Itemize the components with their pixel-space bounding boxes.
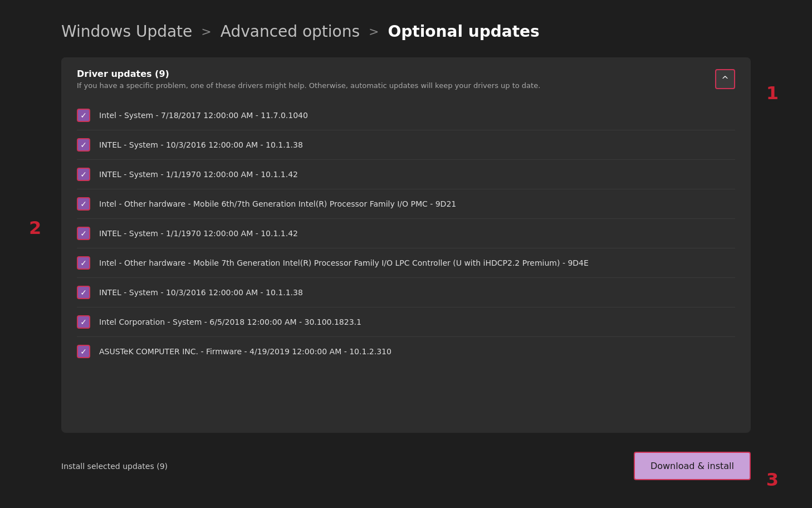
checkmark-icon: ✓ bbox=[80, 258, 87, 267]
annotation-1: 1 bbox=[766, 82, 779, 104]
update-label-8: Intel Corporation - System - 6/5/2018 12… bbox=[99, 318, 361, 326]
checkmark-icon: ✓ bbox=[80, 229, 87, 238]
breadcrumb-separator-1: > bbox=[201, 25, 211, 38]
checkmark-icon: ✓ bbox=[80, 288, 87, 297]
download-install-button[interactable]: Download & install bbox=[634, 452, 751, 480]
table-row: ✓Intel - System - 7/18/2017 12:00:00 AM … bbox=[77, 101, 735, 130]
panel-header-text: Driver updates (9) If you have a specifi… bbox=[77, 69, 540, 90]
updates-list: ✓Intel - System - 7/18/2017 12:00:00 AM … bbox=[61, 101, 751, 366]
update-checkbox-9[interactable]: ✓ bbox=[77, 345, 90, 358]
panel-header: Driver updates (9) If you have a specifi… bbox=[61, 57, 751, 101]
checkmark-icon: ✓ bbox=[80, 111, 87, 120]
update-label-9: ASUSTeK COMPUTER INC. - Firmware - 4/19/… bbox=[99, 347, 392, 356]
footer: Install selected updates (9) Download & … bbox=[61, 438, 751, 486]
update-label-4: Intel - Other hardware - Mobile 6th/7th … bbox=[99, 199, 456, 208]
update-label-1: Intel - System - 7/18/2017 12:00:00 AM -… bbox=[99, 111, 308, 120]
update-label-5: INTEL - System - 1/1/1970 12:00:00 AM - … bbox=[99, 229, 298, 238]
table-row: ✓INTEL - System - 1/1/1970 12:00:00 AM -… bbox=[77, 160, 735, 189]
breadcrumb-item-windows-update[interactable]: Windows Update bbox=[61, 22, 192, 41]
page-container: Windows Update > Advanced options > Opti… bbox=[0, 0, 812, 508]
table-row: ✓Intel Corporation - System - 6/5/2018 1… bbox=[77, 307, 735, 337]
breadcrumb-current: Optional updates bbox=[388, 22, 540, 41]
table-row: ✓INTEL - System - 10/3/2016 12:00:00 AM … bbox=[77, 130, 735, 160]
table-row: ✓ASUSTeK COMPUTER INC. - Firmware - 4/19… bbox=[77, 337, 735, 366]
checkmark-icon: ✓ bbox=[80, 199, 87, 208]
breadcrumb-item-advanced-options[interactable]: Advanced options bbox=[221, 22, 360, 41]
checkmark-icon: ✓ bbox=[80, 318, 87, 326]
update-label-7: INTEL - System - 10/3/2016 12:00:00 AM -… bbox=[99, 288, 303, 297]
update-checkbox-6[interactable]: ✓ bbox=[77, 256, 90, 270]
update-checkbox-8[interactable]: ✓ bbox=[77, 315, 90, 329]
collapse-button[interactable]: ^ bbox=[715, 69, 735, 89]
panel-title: Driver updates (9) bbox=[77, 69, 540, 79]
chevron-up-icon: ^ bbox=[721, 74, 728, 85]
update-label-2: INTEL - System - 10/3/2016 12:00:00 AM -… bbox=[99, 140, 303, 149]
driver-updates-panel: Driver updates (9) If you have a specifi… bbox=[61, 57, 751, 433]
breadcrumb: Windows Update > Advanced options > Opti… bbox=[61, 22, 751, 41]
table-row: ✓INTEL - System - 1/1/1970 12:00:00 AM -… bbox=[77, 219, 735, 248]
table-row: ✓INTEL - System - 10/3/2016 12:00:00 AM … bbox=[77, 278, 735, 307]
update-label-6: Intel - Other hardware - Mobile 7th Gene… bbox=[99, 258, 589, 267]
checkmark-icon: ✓ bbox=[80, 347, 87, 356]
update-checkbox-1[interactable]: ✓ bbox=[77, 109, 90, 122]
breadcrumb-separator-2: > bbox=[369, 25, 379, 38]
table-row: ✓Intel - Other hardware - Mobile 7th Gen… bbox=[77, 248, 735, 278]
update-checkbox-3[interactable]: ✓ bbox=[77, 168, 90, 181]
checkmark-icon: ✓ bbox=[80, 170, 87, 179]
update-checkbox-2[interactable]: ✓ bbox=[77, 138, 90, 152]
panel-subtitle: If you have a specific problem, one of t… bbox=[77, 81, 540, 90]
annotation-3: 3 bbox=[766, 469, 779, 490]
table-row: ✓Intel - Other hardware - Mobile 6th/7th… bbox=[77, 189, 735, 219]
update-checkbox-7[interactable]: ✓ bbox=[77, 286, 90, 299]
update-checkbox-5[interactable]: ✓ bbox=[77, 227, 90, 240]
install-selected-label: Install selected updates (9) bbox=[61, 462, 168, 471]
update-checkbox-4[interactable]: ✓ bbox=[77, 197, 90, 211]
update-label-3: INTEL - System - 1/1/1970 12:00:00 AM - … bbox=[99, 170, 298, 179]
annotation-2: 2 bbox=[29, 217, 41, 238]
checkmark-icon: ✓ bbox=[80, 140, 87, 149]
